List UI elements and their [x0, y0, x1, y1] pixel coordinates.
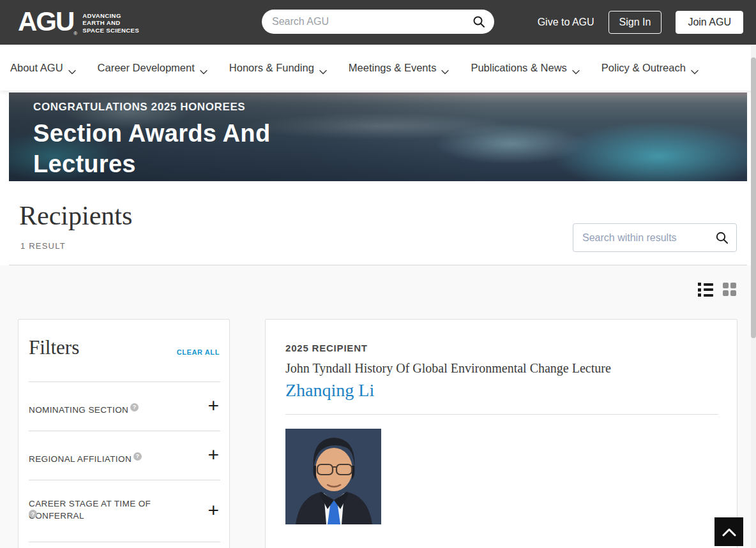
page-title: Section Awards And Lectures	[33, 118, 321, 179]
recipient-name-link[interactable]: Zhanqing Li	[285, 380, 374, 401]
recipients-heading: Recipients	[19, 200, 132, 231]
filter-divider	[29, 480, 220, 480]
view-toggles	[698, 283, 737, 297]
recipient-card: 2025 RECIPIENT John Tyndall History Of G…	[265, 319, 737, 548]
hero-banner: CONGRATULATIONS 2025 HONOREES Section Aw…	[9, 93, 747, 181]
chevron-down-icon	[68, 65, 76, 70]
chevron-down-icon	[572, 65, 580, 70]
help-icon[interactable]: ?	[29, 510, 37, 518]
join-agu-button[interactable]: Join AGU	[676, 11, 743, 34]
search-icon[interactable]	[472, 15, 485, 28]
search-icon[interactable]	[715, 231, 729, 244]
filter-divider	[29, 431, 220, 431]
filters-heading: Filters	[29, 336, 79, 359]
agu-logo-brand: AGU®	[18, 7, 77, 36]
page: AGU® ADVANCING EARTH AND SPACE SCIENCES …	[0, 0, 756, 548]
grid-view-icon[interactable]	[723, 283, 737, 297]
global-search-input[interactable]	[272, 16, 472, 27]
search-within-results	[573, 223, 737, 252]
global-search	[262, 10, 494, 34]
expand-icon[interactable]: +	[208, 502, 219, 519]
main-nav: About AGU Career Development Honors & Fu…	[0, 45, 756, 91]
list-view-icon[interactable]	[698, 283, 713, 297]
give-to-agu-link[interactable]: Give to AGU	[538, 17, 594, 28]
scrollbar-thumb[interactable]	[751, 57, 756, 338]
filters-panel: Filters CLEAR ALL NOMINATING SECTION? + …	[18, 319, 230, 548]
chevron-down-icon	[441, 65, 449, 70]
filter-group-career-stage[interactable]: CAREER STAGE AT TIME OF CONFERRAL	[29, 498, 190, 522]
sign-in-button[interactable]: Sign In	[609, 11, 662, 34]
filter-group-regional-affiliation[interactable]: REGIONAL AFFILIATION?	[29, 452, 190, 465]
nav-item-policy-outreach[interactable]: Policy & Outreach	[601, 62, 699, 74]
expand-icon[interactable]: +	[208, 447, 219, 463]
agu-logo[interactable]: AGU® ADVANCING EARTH AND SPACE SCIENCES	[18, 7, 139, 36]
card-divider	[285, 414, 718, 415]
hero-kicker: CONGRATULATIONS 2025 HONOREES	[33, 101, 245, 114]
nav-item-publications-news[interactable]: Publications & News	[471, 62, 579, 74]
result-count: 1 RESULT	[20, 241, 66, 251]
site-header: AGU® ADVANCING EARTH AND SPACE SCIENCES …	[0, 0, 756, 45]
chevron-up-icon	[722, 528, 736, 537]
help-icon[interactable]: ?	[133, 452, 142, 461]
agu-logo-tagline: ADVANCING EARTH AND SPACE SCIENCES	[82, 10, 139, 34]
award-title: John Tyndall History Of Global Environme…	[285, 361, 611, 376]
filter-divider	[29, 542, 220, 542]
nav-item-career-development[interactable]: Career Development	[98, 62, 208, 74]
header-actions: Give to AGU Sign In Join AGU	[538, 0, 743, 45]
scrollbar-track[interactable]	[751, 45, 756, 548]
nav-item-about-agu[interactable]: About AGU	[10, 62, 76, 74]
expand-icon[interactable]: +	[208, 397, 219, 414]
filter-divider	[29, 381, 220, 382]
filter-group-nominating-section[interactable]: NOMINATING SECTION?	[29, 403, 190, 416]
search-within-results-input[interactable]	[582, 232, 715, 244]
recipient-year-label: 2025 RECIPIENT	[285, 343, 368, 353]
nav-item-honors-funding[interactable]: Honors & Funding	[229, 62, 327, 74]
chevron-down-icon	[200, 65, 208, 70]
chevron-down-icon	[691, 65, 699, 70]
nav-item-meetings-events[interactable]: Meetings & Events	[349, 62, 450, 74]
scroll-to-top-button[interactable]	[714, 517, 743, 546]
clear-all-button[interactable]: CLEAR ALL	[177, 348, 220, 356]
help-icon[interactable]: ?	[130, 403, 139, 411]
recipient-photo[interactable]	[285, 429, 381, 524]
chevron-down-icon	[319, 65, 327, 70]
